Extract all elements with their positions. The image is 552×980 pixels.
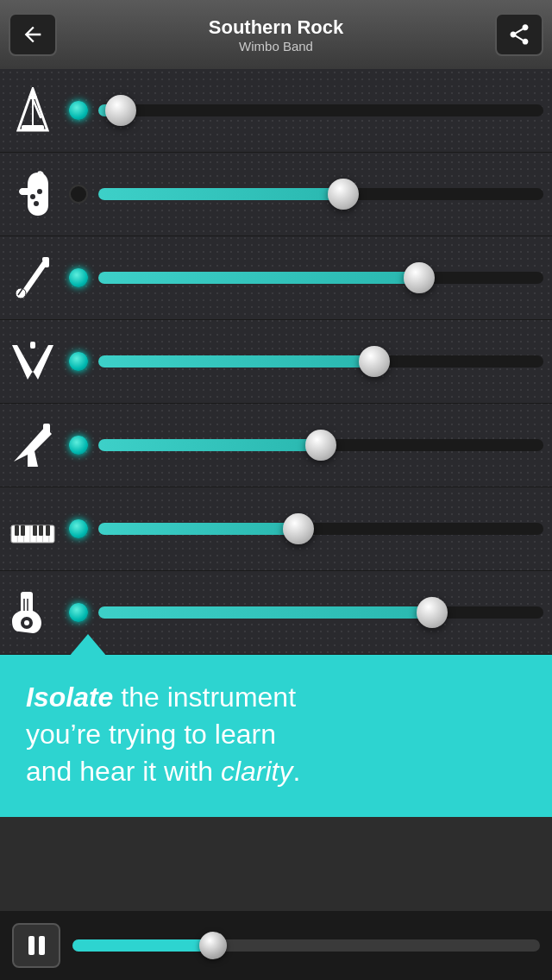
svg-rect-26 bbox=[21, 592, 33, 599]
track-row bbox=[0, 69, 552, 153]
track-slider[interactable] bbox=[98, 597, 543, 628]
track-active-indicator[interactable] bbox=[69, 101, 88, 120]
track-row bbox=[0, 320, 552, 404]
track-list bbox=[0, 69, 552, 655]
tooltip-italic: clarity bbox=[221, 756, 293, 787]
progress-thumb[interactable] bbox=[199, 932, 227, 959]
svg-point-9 bbox=[16, 288, 26, 298]
tooltip-text: Isolate the instrument you’re trying to … bbox=[26, 679, 526, 791]
tooltip-text-3: and hear it with bbox=[26, 756, 221, 787]
track-active-indicator[interactable] bbox=[69, 519, 88, 538]
track-active-indicator[interactable] bbox=[69, 352, 88, 371]
track-active-indicator[interactable] bbox=[69, 185, 88, 204]
pause-bar-right bbox=[39, 936, 45, 955]
electric-guitar-3-icon bbox=[7, 419, 59, 471]
header-title-block: Southern Rock Wimbo Band bbox=[209, 16, 343, 53]
svg-rect-12 bbox=[43, 424, 50, 436]
track-active-indicator[interactable] bbox=[69, 268, 88, 287]
svg-rect-24 bbox=[39, 525, 43, 536]
track-slider[interactable] bbox=[98, 513, 543, 544]
track-row bbox=[0, 153, 552, 236]
tooltip-arrow bbox=[69, 634, 107, 656]
tooltip-text-4: . bbox=[292, 756, 300, 787]
tooltip-section: Isolate the instrument you’re trying to … bbox=[0, 655, 552, 817]
svg-line-10 bbox=[18, 261, 42, 295]
song-title: Southern Rock bbox=[209, 16, 343, 39]
svg-point-30 bbox=[24, 620, 29, 625]
pause-icon bbox=[28, 936, 45, 955]
v-guitar-icon bbox=[7, 336, 59, 387]
saxophone-icon bbox=[7, 168, 59, 220]
track-slider[interactable] bbox=[98, 346, 543, 377]
track-row bbox=[0, 236, 552, 320]
band-name: Wimbo Band bbox=[209, 39, 343, 53]
svg-rect-22 bbox=[21, 525, 25, 536]
svg-point-7 bbox=[37, 189, 42, 194]
piano-icon bbox=[7, 503, 59, 555]
tooltip-bold: Isolate bbox=[26, 682, 113, 713]
track-slider[interactable] bbox=[98, 179, 543, 210]
track-row bbox=[0, 404, 552, 487]
share-button[interactable] bbox=[495, 13, 543, 56]
svg-rect-2 bbox=[22, 125, 44, 130]
progress-bar[interactable] bbox=[72, 939, 540, 952]
tooltip-text-1: the instrument bbox=[113, 682, 296, 713]
tooltip-text-2: you’re trying to learn bbox=[26, 719, 276, 750]
track-slider[interactable] bbox=[98, 430, 543, 461]
pause-button[interactable] bbox=[12, 923, 60, 968]
bass-guitar-icon bbox=[7, 587, 59, 638]
svg-rect-25 bbox=[46, 525, 50, 536]
metronome-icon bbox=[7, 85, 59, 136]
track-active-indicator[interactable] bbox=[69, 603, 88, 622]
track-slider[interactable] bbox=[98, 262, 543, 293]
svg-rect-23 bbox=[33, 525, 37, 536]
header: Southern Rock Wimbo Band bbox=[0, 0, 552, 69]
svg-rect-21 bbox=[15, 525, 19, 536]
track-active-indicator[interactable] bbox=[69, 436, 88, 455]
pause-bar-left bbox=[28, 936, 34, 955]
electric-guitar-icon bbox=[7, 252, 59, 304]
back-button[interactable] bbox=[9, 13, 57, 56]
bottom-player bbox=[0, 911, 552, 980]
track-row bbox=[0, 487, 552, 571]
progress-fill bbox=[72, 939, 213, 952]
svg-rect-8 bbox=[42, 257, 49, 267]
svg-point-5 bbox=[30, 194, 35, 199]
track-slider[interactable] bbox=[98, 95, 543, 126]
svg-point-6 bbox=[34, 201, 39, 206]
svg-rect-11 bbox=[30, 342, 35, 349]
